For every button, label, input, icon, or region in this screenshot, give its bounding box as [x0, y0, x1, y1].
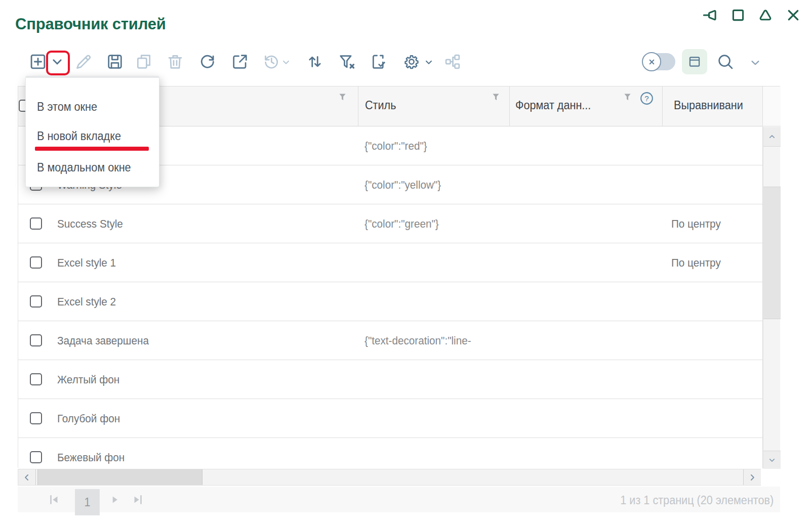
table-row[interactable]: Желтый фон — [18, 360, 762, 399]
last-page-icon[interactable] — [131, 493, 144, 506]
apply-view-icon[interactable] — [370, 53, 388, 71]
menu-item-this-window[interactable]: В этом окне — [37, 100, 97, 115]
toggle-knob-x-icon — [642, 52, 661, 71]
filter-icon[interactable] — [491, 92, 501, 103]
table-row[interactable]: Задача завершена {"text-decoration":"lin… — [18, 321, 762, 360]
row-checkbox[interactable] — [30, 451, 42, 463]
header-scrollbar-strip — [762, 86, 781, 126]
save-icon[interactable] — [106, 53, 124, 71]
sort-icon[interactable] — [306, 53, 324, 71]
card-view-icon — [687, 55, 702, 69]
close-icon[interactable] — [785, 7, 801, 23]
red-underline-annotation — [35, 147, 149, 151]
first-page-icon[interactable] — [48, 493, 61, 506]
table-row[interactable]: Бежевый фон — [18, 438, 762, 468]
settings-chevron-icon[interactable] — [423, 56, 435, 68]
row-checkbox[interactable] — [30, 412, 42, 424]
open-in-window-icon[interactable] — [231, 53, 249, 71]
next-page-icon[interactable] — [108, 493, 121, 506]
settings-gear-icon[interactable] — [402, 53, 421, 71]
maximize-icon[interactable] — [730, 7, 746, 23]
table-row[interactable]: Excel style 2 — [18, 282, 762, 321]
hierarchy-icon[interactable] — [443, 53, 462, 71]
scroll-up-icon[interactable] — [763, 127, 781, 147]
scroll-down-icon[interactable] — [763, 451, 781, 469]
cell-name: Excel style 1 — [57, 256, 116, 270]
undock-icon[interactable] — [702, 7, 718, 23]
filter-icon[interactable] — [337, 92, 348, 103]
cell-name: Бежевый фон — [57, 451, 125, 464]
page-title: Справочник стилей — [15, 15, 166, 33]
cell-name: Success Style — [57, 217, 123, 231]
row-checkbox[interactable] — [30, 373, 42, 385]
column-header-alignment[interactable]: Выравнивани — [674, 99, 743, 112]
annotation-highlight-add-menu — [46, 51, 70, 75]
card-view-button[interactable] — [682, 49, 707, 74]
pager-status: 1 из 1 страниц (20 элементов) — [620, 494, 774, 507]
svg-text:?: ? — [644, 94, 648, 103]
scroll-right-icon[interactable] — [743, 469, 761, 485]
copy-icon[interactable] — [135, 53, 153, 71]
menu-item-modal-window[interactable]: В модальном окне — [37, 161, 131, 176]
cell-name: Задача завершена — [57, 334, 149, 347]
help-icon[interactable]: ? — [639, 91, 654, 106]
clear-filter-icon[interactable] — [338, 53, 356, 71]
cell-alignment: По центру — [671, 256, 721, 270]
table-row[interactable]: Excel style 1 По центру — [18, 243, 762, 282]
table-row[interactable]: Success Style {"color":"green"} По центр… — [18, 204, 762, 243]
refresh-icon[interactable] — [198, 53, 217, 71]
row-checkbox[interactable] — [30, 256, 42, 269]
cell-alignment: По центру — [671, 217, 721, 231]
add-button[interactable] — [29, 53, 47, 71]
cell-style: {"text-decoration":"line- — [364, 334, 471, 347]
row-checkbox[interactable] — [30, 334, 42, 346]
table-row[interactable]: Голубой фон — [18, 399, 762, 438]
add-dropdown-menu: В этом окне В новой вкладке В модальном … — [25, 76, 159, 187]
horizontal-scrollbar[interactable] — [18, 469, 761, 486]
cell-style: {"color":"green"} — [364, 217, 439, 231]
cell-name: Excel style 2 — [57, 295, 116, 309]
cell-name: Желтый фон — [57, 373, 119, 386]
cell-name: Голубой фон — [57, 412, 120, 425]
current-page-button[interactable]: 1 — [75, 489, 100, 515]
history-chevron-icon[interactable] — [280, 56, 292, 68]
scroll-left-icon[interactable] — [18, 469, 36, 485]
vertical-scroll-thumb[interactable] — [763, 187, 781, 319]
menu-item-new-tab[interactable]: В новой вкладке — [37, 129, 121, 145]
horizontal-scroll-thumb[interactable] — [37, 469, 202, 485]
collapse-toolbar-chevron-icon[interactable] — [748, 56, 762, 70]
delete-icon[interactable] — [166, 53, 184, 71]
vertical-scrollbar[interactable] — [763, 127, 780, 468]
history-icon[interactable] — [262, 53, 280, 71]
collapse-triangle-icon[interactable] — [757, 7, 774, 23]
cell-style: {"color":"red"} — [364, 140, 427, 153]
filter-icon[interactable] — [622, 92, 633, 103]
edit-icon[interactable] — [74, 53, 93, 71]
app-window: Справочник стилей — [0, 0, 812, 526]
column-header-format[interactable]: Формат данн... — [515, 99, 591, 112]
column-header-style[interactable]: Стиль — [365, 99, 396, 112]
row-checkbox[interactable] — [30, 217, 42, 230]
pager-bar: 1 1 из 1 страниц (20 элементов) — [18, 487, 780, 512]
search-icon[interactable] — [716, 52, 735, 71]
cell-style: {"color":"yellow"} — [364, 179, 441, 192]
row-checkbox[interactable] — [30, 295, 42, 308]
clear-filter-toggle[interactable] — [643, 53, 675, 70]
